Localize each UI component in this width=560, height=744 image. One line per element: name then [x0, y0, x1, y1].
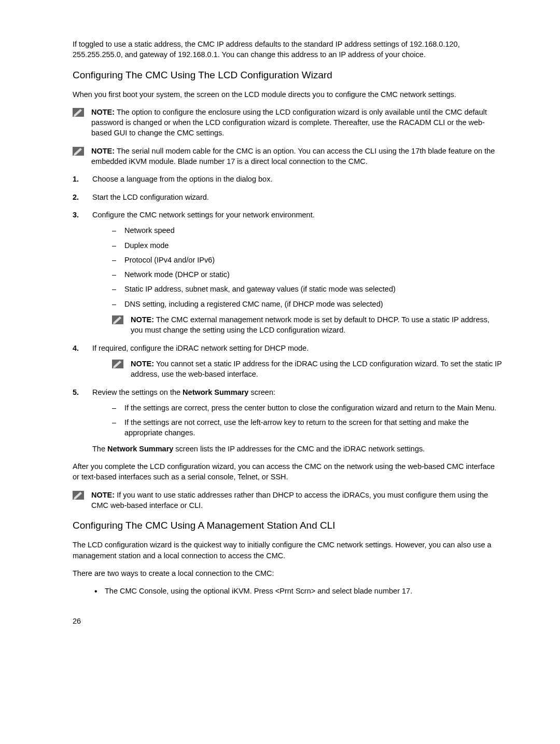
step-5: Review the settings on the Network Summa…	[73, 387, 503, 454]
intro-paragraph: If toggled to use a static address, the …	[73, 39, 503, 60]
note-block-2: NOTE: The serial null modem cable for th…	[73, 146, 503, 167]
step5-tail: The Network Summary screen lists the IP …	[92, 444, 503, 454]
step4-note: NOTE: You cannot set a static IP address…	[112, 359, 503, 380]
s2-bullet-1: The CMC Console, using the optional iKVM…	[92, 586, 503, 596]
step-3-text: Configure the CMC network settings for y…	[92, 211, 315, 219]
step4-note-text: NOTE: You cannot set a static IP address…	[131, 359, 503, 380]
step-1: Choose a language from the options in th…	[73, 174, 503, 184]
s3-item-e: Static IP address, subnet mask, and gate…	[112, 284, 503, 294]
section1-heading: Configuring The CMC Using The LCD Config…	[73, 70, 503, 81]
note-text-2: NOTE: The serial null modem cable for th…	[91, 146, 503, 167]
step3-note-text: NOTE: The CMC external management networ…	[131, 314, 503, 336]
s3-item-f: DNS setting, including a registered CMC …	[112, 299, 503, 309]
step-4: If required, configure the iDRAC network…	[73, 343, 503, 380]
step3-note: NOTE: The CMC external management networ…	[112, 314, 503, 336]
section1-closing: After you complete the LCD configuration…	[73, 461, 503, 483]
step-4-text: If required, configure the iDRAC network…	[92, 344, 309, 352]
closing-note: NOTE: If you want to use static addresse…	[73, 490, 503, 511]
closing-note-text: NOTE: If you want to use static addresse…	[91, 490, 503, 511]
note-block-1: NOTE: The option to configure the enclos…	[73, 107, 503, 139]
section2-p1: The LCD configuration wizard is the quic…	[73, 540, 503, 561]
step-5-text: Review the settings on the Network Summa…	[92, 388, 275, 396]
step3-sublist: Network speed Duplex mode Protocol (IPv4…	[112, 225, 503, 309]
step-2: Start the LCD configuration wizard.	[73, 192, 503, 202]
section2-bullets: The CMC Console, using the optional iKVM…	[92, 586, 503, 596]
section1-intro: When you first boot your system, the scr…	[73, 89, 503, 100]
step-3: Configure the CMC network settings for y…	[73, 210, 503, 336]
s5-item-b: If the settings are not correct, use the…	[112, 417, 503, 438]
steps-list: Choose a language from the options in th…	[73, 174, 503, 454]
s3-item-a: Network speed	[112, 225, 503, 236]
note-text-1: NOTE: The option to configure the enclos…	[91, 107, 503, 139]
section2-heading: Configuring The CMC Using A Management S…	[73, 520, 503, 531]
s3-item-d: Network mode (DHCP or static)	[112, 269, 503, 280]
step5-sublist: If the settings are correct, press the c…	[112, 403, 503, 438]
s3-item-b: Duplex mode	[112, 240, 503, 251]
s3-item-c: Protocol (IPv4 and/or IPv6)	[112, 255, 503, 265]
section2-p2: There are two ways to create a local con…	[73, 568, 503, 578]
pencil-icon	[112, 315, 123, 324]
pencil-icon	[73, 108, 84, 117]
page-number: 26	[73, 617, 503, 625]
pencil-icon	[112, 360, 123, 368]
s5-item-a: If the settings are correct, press the c…	[112, 403, 503, 413]
pencil-icon	[73, 147, 84, 156]
pencil-icon	[73, 491, 84, 500]
